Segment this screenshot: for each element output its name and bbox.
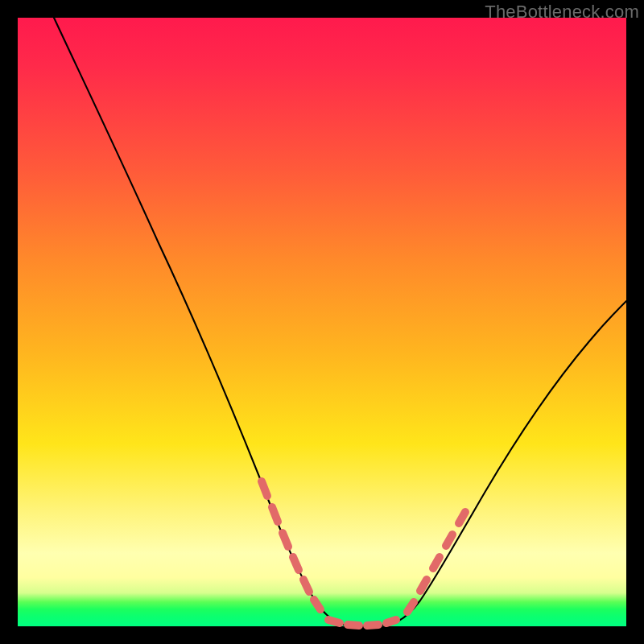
- svg-line-8: [367, 625, 378, 625]
- dash-bottom: [328, 620, 396, 625]
- svg-line-2: [283, 533, 288, 547]
- svg-line-13: [446, 535, 452, 546]
- plot-area: [18, 18, 626, 626]
- svg-line-3: [293, 557, 299, 570]
- svg-line-7: [348, 625, 359, 625]
- svg-line-0: [262, 481, 267, 496]
- bottleneck-curve: [54, 18, 626, 626]
- svg-line-9: [386, 620, 396, 623]
- svg-line-5: [314, 600, 320, 609]
- svg-line-10: [407, 602, 414, 612]
- watermark-text: TheBottleneck.com: [485, 2, 639, 23]
- svg-line-1: [272, 507, 278, 522]
- svg-line-11: [420, 580, 427, 591]
- svg-line-6: [328, 620, 340, 623]
- svg-line-14: [459, 512, 465, 523]
- dash-right: [407, 512, 465, 612]
- curve-svg: [18, 18, 626, 626]
- svg-line-4: [303, 580, 309, 592]
- svg-line-12: [433, 557, 440, 568]
- dash-left: [262, 481, 320, 609]
- chart-frame: TheBottleneck.com: [0, 0, 644, 644]
